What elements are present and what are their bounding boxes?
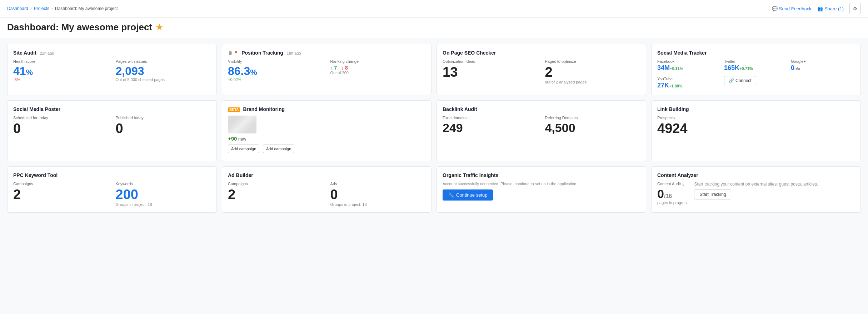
published-label: Published today [116, 116, 211, 120]
health-score-change: -3% [13, 77, 109, 82]
ppc-keywords-value: 200 [116, 187, 211, 202]
breadcrumb-dashboard[interactable]: Dashboard [7, 6, 28, 11]
feedback-icon: 💬 [772, 6, 778, 11]
google-block: Google+ 0n/a [791, 59, 855, 72]
ppc-campaigns-label: Campaigns [13, 182, 109, 186]
breadcrumb-projects[interactable]: Projects [34, 6, 49, 11]
dashboard-grid: Site Audit 22h ago Health score 41% -3% … [0, 38, 868, 218]
optimization-ideas-block: Optimization Ideas 13 [443, 59, 538, 84]
ads-value: 0 [330, 187, 426, 202]
pages-to-optimize-value: 2 [545, 65, 640, 80]
content-audit-label: Content Audit [657, 182, 681, 186]
ppc-keyword-title: PPC Keyword Tool [13, 172, 211, 178]
continue-setup-button[interactable]: 🔧 Continue setup [443, 189, 493, 201]
page-title: Dashboard: My awesome project ★ [7, 22, 861, 33]
site-audit-card: Site Audit 22h ago Health score 41% -3% … [7, 44, 217, 95]
ad-campaigns-block: Campaigns 2 [228, 182, 323, 207]
published-value: 0 [116, 121, 211, 136]
organic-traffic-message: Account successfully connected. Please, … [443, 182, 640, 186]
optimization-ideas-label: Optimization Ideas [443, 59, 538, 64]
content-analyzer-inner: Content Audit ℹ 0/16 pages in progress S… [657, 182, 855, 205]
health-score-value: 41% [13, 65, 109, 77]
connect-button[interactable]: 🔗 Connect [724, 76, 756, 85]
brand-new-count: +90 [228, 136, 237, 142]
info-icon[interactable]: ℹ [682, 182, 684, 187]
page-header: Dashboard: My awesome project ★ [0, 17, 868, 38]
rank-up: ↑ 7 [330, 65, 337, 71]
ad-builder-card: Ad Builder Campaigns 2 Ads 0 Groups in p… [222, 166, 431, 213]
share-link[interactable]: 👥 Share (1) [817, 6, 844, 11]
ppc-keywords-label: Keywords [116, 182, 211, 186]
ranking-change-block: Ranking change ↑ 7 ↓ 8 Out of 200 [330, 59, 426, 82]
brand-campaign-buttons: Add campaign Add campaign [228, 145, 425, 155]
content-analyzer-card: Content Analyzer Content Audit ℹ 0/16 pa… [651, 166, 861, 213]
social-media-tracker-title: Social Media Tracker [657, 50, 855, 56]
settings-button[interactable]: ⚙ [849, 3, 861, 14]
brand-new-row: +90 new [228, 136, 425, 142]
ads-block: Ads 0 Groups in project: 18 [330, 182, 426, 207]
site-audit-title: Site Audit 22h ago [13, 50, 211, 56]
send-feedback-link[interactable]: 💬 Send Feedback [772, 6, 812, 11]
toxic-domains-label: Toxic domains [443, 116, 538, 120]
share-icon: 👥 [817, 6, 823, 11]
youtube-value: 27K+1.88% [657, 82, 721, 89]
breadcrumb-sep-2: › [51, 6, 53, 11]
content-audit-block: Content Audit ℹ 0/16 pages in progress [657, 182, 688, 205]
monitor-icon: 🖥 📍 [228, 51, 239, 56]
star-icon[interactable]: ★ [156, 23, 163, 32]
visibility-value: 86.3% [228, 65, 323, 77]
youtube-label: YouTube [657, 77, 721, 81]
referring-domains-value: 4,500 [545, 121, 640, 135]
social-media-poster-card: Social Media Poster Scheduled for today … [7, 100, 217, 161]
link-building-card: Link Building Prospects 4924 [651, 100, 861, 161]
referring-domains-label: Referring Domains [545, 116, 640, 120]
pages-issues-value: 2,093 [116, 65, 211, 77]
twitter-label: Twitter [724, 59, 788, 64]
beta-badge: BETA [228, 107, 240, 112]
start-tracking-button[interactable]: Start Tracking [694, 189, 731, 199]
add-campaign-button-1[interactable]: Add campaign [228, 145, 259, 153]
content-audit-value: 0/16 [657, 187, 688, 201]
backlink-audit-card: Backlink Audit Toxic domains 249 Referri… [437, 100, 646, 161]
breadcrumb: Dashboard › Projects › Dashboard: My awe… [7, 6, 118, 11]
wrench-icon: 🔧 [448, 192, 454, 198]
facebook-value: 34M+0.11% [657, 64, 721, 72]
ranking-changes: ↑ 7 ↓ 8 [330, 65, 426, 71]
scheduled-block: Scheduled for today 0 [13, 116, 109, 136]
ad-groups-label: Groups in project: 18 [330, 202, 426, 207]
social-media-tracker-card: Social Media Tracker Facebook 34M+0.11% … [651, 44, 861, 95]
ads-label: Ads [330, 182, 426, 186]
breadcrumb-sep-1: › [30, 6, 32, 11]
pages-issues-block: Pages with issues 2,093 Out of 5,000 che… [116, 59, 211, 82]
ppc-keyword-card: PPC Keyword Tool Campaigns 2 Keywords 20… [7, 166, 217, 213]
brand-monitoring-title: BETA Brand Monitoring [228, 106, 425, 112]
pages-to-optimize-sub: out of 2 analyzed pages [545, 80, 640, 84]
backlink-audit-inner: Toxic domains 249 Referring Domains 4,50… [443, 116, 640, 135]
brand-new-label: new [238, 137, 246, 142]
top-actions: 💬 Send Feedback 👥 Share (1) ⚙ [772, 3, 861, 14]
site-audit-updated: 22h ago [40, 51, 54, 55]
prospects-label: Prospects [657, 116, 855, 120]
ppc-keywords-block: Keywords 200 Groups in project: 18 [116, 182, 211, 207]
site-audit-inner: Health score 41% -3% Pages with issues 2… [13, 59, 211, 82]
pages-issues-label: Pages with issues [116, 59, 211, 64]
content-analyzer-right: Start tracking your content on external … [694, 182, 818, 205]
add-campaign-button-2[interactable]: Add campaign [263, 145, 294, 153]
ppc-campaigns-value: 2 [13, 187, 109, 202]
visibility-label: Visibility [228, 59, 323, 64]
content-analyzer-title: Content Analyzer [657, 172, 855, 178]
twitter-value: 165K+0.71% [724, 64, 788, 72]
youtube-block: YouTube 27K+1.88% [657, 77, 721, 89]
optimization-ideas-value: 13 [443, 65, 538, 80]
on-page-seo-title: On Page SEO Checker [443, 50, 640, 56]
position-tracking-card: 🖥 📍 Position Tracking 18h ago Visibility… [222, 44, 431, 95]
content-audit-sub: pages in progress [657, 201, 688, 205]
connect-block: 🔗 Connect [724, 75, 788, 89]
ppc-campaigns-block: Campaigns 2 [13, 182, 109, 207]
position-tracking-updated: 18h ago [287, 51, 301, 55]
position-tracking-title: 🖥 📍 Position Tracking 18h ago [228, 50, 425, 56]
ppc-keyword-inner: Campaigns 2 Keywords 200 Groups in proje… [13, 182, 211, 207]
twitter-block: Twitter 165K+0.71% [724, 59, 788, 72]
google-value: 0n/a [791, 64, 855, 72]
toxic-domains-block: Toxic domains 249 [443, 116, 538, 135]
